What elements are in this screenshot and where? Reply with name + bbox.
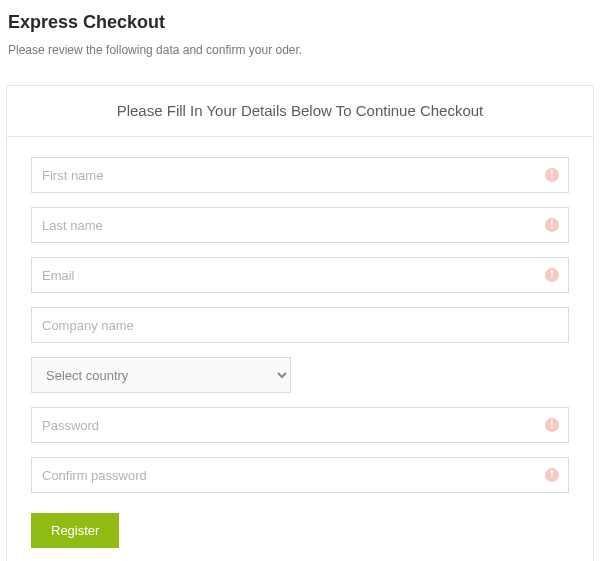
required-icon: ! [545, 268, 559, 282]
last-name-input[interactable] [31, 207, 569, 243]
required-icon: ! [545, 218, 559, 232]
register-button[interactable]: Register [31, 513, 119, 548]
required-icon: ! [545, 468, 559, 482]
panel-title: Please Fill In Your Details Below To Con… [117, 102, 484, 119]
panel-body: ! ! ! Select country ! [7, 137, 593, 561]
company-input[interactable] [31, 307, 569, 343]
required-icon: ! [545, 418, 559, 432]
panel-header: Please Fill In Your Details Below To Con… [7, 86, 593, 137]
required-icon: ! [545, 168, 559, 182]
company-field-wrap [31, 307, 569, 343]
email-input[interactable] [31, 257, 569, 293]
confirm-password-input[interactable] [31, 457, 569, 493]
confirm-password-field-wrap: ! [31, 457, 569, 493]
page-subtext: Please review the following data and con… [8, 43, 594, 57]
password-input[interactable] [31, 407, 569, 443]
checkout-panel: Please Fill In Your Details Below To Con… [6, 85, 594, 561]
country-field-wrap: Select country [31, 357, 569, 393]
email-field-wrap: ! [31, 257, 569, 293]
password-field-wrap: ! [31, 407, 569, 443]
country-select[interactable]: Select country [31, 357, 291, 393]
page-title: Express Checkout [8, 12, 594, 33]
first-name-input[interactable] [31, 157, 569, 193]
first-name-field-wrap: ! [31, 157, 569, 193]
last-name-field-wrap: ! [31, 207, 569, 243]
express-checkout-page: Express Checkout Please review the follo… [0, 0, 600, 561]
